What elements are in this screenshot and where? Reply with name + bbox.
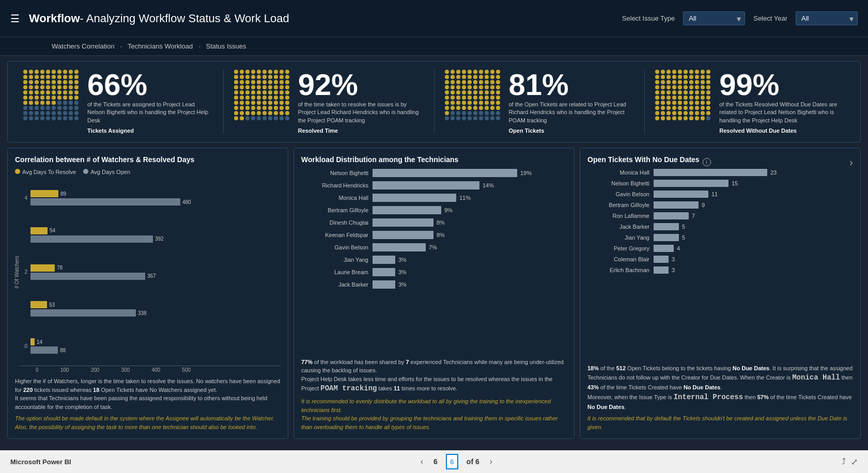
bar-gold-val-4: 14 xyxy=(37,339,42,345)
ot-512: 512 xyxy=(616,365,626,371)
share-button[interactable]: ⤴ xyxy=(842,457,846,466)
kpi-dot-2-30 xyxy=(445,85,449,89)
bar-gold-container-4: 14 xyxy=(30,338,281,345)
header-controls: Select Issue Type All Select Year All xyxy=(622,11,858,25)
kpi-text-0: 66% of the Tickets are assigned to Proje… xyxy=(87,70,213,134)
kpi-dot-0-65 xyxy=(52,101,56,105)
kpi-dot-0-7 xyxy=(63,70,67,74)
kpi-card-0: 66% of the Tickets are assigned to Proje… xyxy=(13,70,224,134)
kpi-dot-0-32 xyxy=(35,85,39,89)
chevron-right-icon[interactable]: › xyxy=(849,156,853,168)
bar-gold-container-3: 53 xyxy=(30,301,281,308)
kpi-dot-0-52 xyxy=(35,96,39,100)
bar-gray-0 xyxy=(30,198,180,206)
kpi-dot-1-21 xyxy=(240,80,244,84)
kpi-dot-0-19 xyxy=(74,75,79,79)
kpi-dot-1-35 xyxy=(262,85,267,89)
bar-gray-container-4: 88 xyxy=(30,346,281,354)
kpi-dot-0-85 xyxy=(52,111,56,115)
kpi-dot-0-87 xyxy=(63,111,67,115)
kpi-dot-1-56 xyxy=(268,96,272,100)
prev-page-button[interactable]: ‹ xyxy=(416,455,427,468)
kpi-dot-1-13 xyxy=(251,75,255,79)
kpi-dot-1-95 xyxy=(262,116,267,120)
kpi-dot-0-42 xyxy=(35,90,39,94)
gray-dot-icon xyxy=(83,169,88,174)
title-rest: - Analyzing Workflow Status & Work Load xyxy=(80,12,289,25)
workload-bar-4 xyxy=(373,218,433,227)
workload-bar-row-8: Laurie Bream 3% xyxy=(301,268,565,276)
kpi-dot-1-52 xyxy=(245,96,250,100)
kpi-dot-0-40 xyxy=(23,90,27,94)
kpi-dot-3-16 xyxy=(689,75,693,79)
kpi-dot-1-31 xyxy=(240,85,244,89)
kpi-dot-1-85 xyxy=(262,111,267,115)
kpi-dot-3-22 xyxy=(667,80,671,84)
bar-gold-container-2: 78 xyxy=(30,264,281,272)
kpi-dot-0-98 xyxy=(69,116,73,120)
kpi-dot-0-67 xyxy=(63,101,67,105)
kpi-dot-3-75 xyxy=(684,106,688,110)
kpi-dot-0-50 xyxy=(23,96,27,100)
kpi-dot-1-47 xyxy=(274,90,278,94)
kpi-dot-0-41 xyxy=(29,90,33,94)
bar-pair-3: 53 338 xyxy=(30,301,281,317)
kpi-dot-3-71 xyxy=(661,106,665,110)
kpi-dot-2-88 xyxy=(490,111,494,115)
kpi-dot-0-3 xyxy=(40,70,44,74)
kpi-dot-0-66 xyxy=(57,101,61,105)
kpi-dot-1-7 xyxy=(274,70,278,74)
workload-bar-row-4: Dinesh Chugtai 8% xyxy=(301,218,565,227)
kpi-dot-0-55 xyxy=(52,96,56,100)
kpi-dot-3-73 xyxy=(672,106,676,110)
kpi-dot-0-35 xyxy=(52,85,56,89)
kpi-dot-3-55 xyxy=(684,96,688,100)
nav-technicians-workload[interactable]: Technicians Workload xyxy=(128,42,193,50)
kpi-dot-3-25 xyxy=(684,80,688,84)
kpi-dot-3-36 xyxy=(689,85,693,89)
kpi-dot-1-22 xyxy=(245,80,250,84)
kpi-dot-0-16 xyxy=(57,75,61,79)
kpi-dot-1-96 xyxy=(268,116,272,120)
bar-gold-container-1: 54 xyxy=(30,227,281,234)
workload-name-7: Jian Yang xyxy=(301,257,368,263)
year-select[interactable]: All xyxy=(796,11,858,25)
kpi-dot-0-43 xyxy=(40,90,44,94)
info-icon[interactable]: i xyxy=(703,158,711,166)
kpi-dot-2-14 xyxy=(468,75,472,79)
kpi-dot-1-53 xyxy=(251,96,255,100)
kpi-dot-1-34 xyxy=(257,85,261,89)
workload-bar-3 xyxy=(373,206,441,214)
kpi-dot-2-50 xyxy=(445,96,449,100)
ot-val-4: 7 xyxy=(692,213,695,219)
title-bold: Workflow xyxy=(29,12,80,25)
kpi-dot-0-93 xyxy=(40,116,44,120)
kpi-dot-0-11 xyxy=(29,75,33,79)
x-axis-label: 0100200300400500 xyxy=(20,366,281,373)
kpi-dot-1-63 xyxy=(251,101,255,105)
watcher-y-0: 4 xyxy=(19,195,27,201)
ot-nodue: No Due Dates xyxy=(733,365,770,371)
kpi-dot-3-90 xyxy=(655,116,659,120)
bar-gold-container-0: 89 xyxy=(30,190,281,197)
kpi-dot-0-17 xyxy=(63,75,67,79)
ot-name-1: Nelson Bighetti xyxy=(587,180,649,186)
kpi-dot-3-51 xyxy=(661,96,665,100)
next-page-button[interactable]: › xyxy=(486,455,497,468)
menu-icon[interactable]: ☰ xyxy=(10,12,20,25)
ot-name-7: Peter Gregory xyxy=(587,245,649,251)
kpi-dot-1-98 xyxy=(280,116,284,120)
kpi-dot-1-83 xyxy=(251,111,255,115)
kpi-dot-1-38 xyxy=(280,85,284,89)
kpi-dot-2-24 xyxy=(468,80,472,84)
page-of: of 6 xyxy=(467,458,479,466)
nav-watchers-correlation[interactable]: Watchers Correlation xyxy=(52,42,115,50)
issue-type-select[interactable]: All xyxy=(683,11,745,25)
kpi-dot-2-46 xyxy=(479,90,483,94)
footer-brand: Microsoft Power BI xyxy=(10,458,71,466)
fullscreen-button[interactable]: ⤢ xyxy=(851,457,858,467)
kpi-dot-2-77 xyxy=(485,106,489,110)
workload-pct-2: 11% xyxy=(459,195,471,201)
kpi-dot-0-26 xyxy=(57,80,61,84)
nav-status-issues[interactable]: Status Issues xyxy=(206,42,246,50)
